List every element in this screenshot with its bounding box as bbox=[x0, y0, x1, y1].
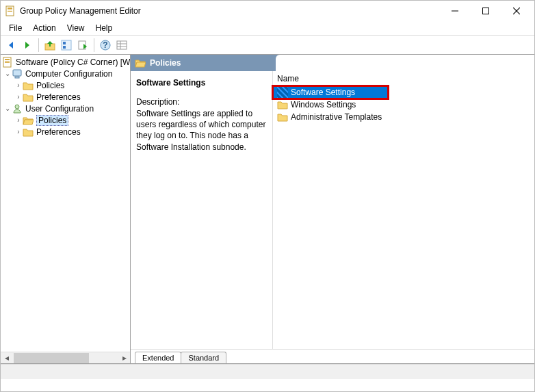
description-pane: Software Settings Description: Software … bbox=[131, 71, 273, 349]
folder-icon bbox=[23, 80, 34, 91]
menu-view[interactable]: View bbox=[62, 22, 90, 34]
window-title: Group Policy Management Editor bbox=[20, 6, 439, 16]
folder-open-icon bbox=[135, 57, 146, 68]
description-label: Description: bbox=[136, 97, 267, 107]
folder-icon bbox=[277, 99, 288, 110]
list-item[interactable]: Software Settings bbox=[273, 86, 388, 99]
tree-root-label: Software (Policy C# Corner) [WI bbox=[16, 57, 130, 67]
menu-help[interactable]: Help bbox=[90, 22, 118, 34]
tree[interactable]: Software (Policy C# Corner) [WI ⌄ Comput… bbox=[1, 55, 130, 352]
tree-label: Computer Configuration bbox=[25, 69, 112, 79]
list-item-label: Software Settings bbox=[291, 88, 355, 97]
folder-open-icon bbox=[23, 115, 34, 126]
details-button[interactable] bbox=[114, 38, 129, 53]
column-header-name[interactable]: Name bbox=[273, 71, 534, 86]
view-tabs: Extended Standard bbox=[131, 349, 534, 363]
menu-action[interactable]: Action bbox=[27, 22, 61, 34]
toolbar-separator bbox=[38, 38, 39, 52]
tab-extended[interactable]: Extended bbox=[135, 352, 181, 363]
help-button[interactable] bbox=[98, 38, 113, 53]
back-icon bbox=[5, 40, 16, 51]
tree-label: Preferences bbox=[36, 127, 81, 137]
menu-file[interactable]: File bbox=[3, 22, 27, 34]
forward-button[interactable] bbox=[20, 38, 35, 53]
tree-label: Preferences bbox=[36, 92, 81, 102]
up-icon bbox=[44, 40, 55, 51]
help-icon bbox=[100, 40, 111, 51]
footer bbox=[1, 379, 534, 391]
tree-computer-config[interactable]: ⌄ Computer Configuration bbox=[1, 68, 130, 79]
folder-icon bbox=[277, 112, 288, 122]
scroll-thumb[interactable] bbox=[14, 353, 89, 363]
tree-comp-policies[interactable]: › Policies bbox=[1, 79, 130, 91]
tree-label: Policies bbox=[36, 81, 64, 90]
tree-icon bbox=[61, 40, 72, 51]
hatch-icon bbox=[277, 87, 288, 98]
close-button[interactable] bbox=[501, 1, 532, 21]
main-split: Software (Policy C# Corner) [WI ⌄ Comput… bbox=[1, 55, 534, 364]
description-text: Software Settings are applied to users r… bbox=[136, 108, 267, 153]
up-button[interactable] bbox=[42, 38, 57, 53]
tree-comp-preferences[interactable]: › Preferences bbox=[1, 91, 130, 103]
table-icon bbox=[116, 40, 127, 51]
expand-icon[interactable]: › bbox=[14, 128, 23, 135]
back-button[interactable] bbox=[3, 38, 18, 53]
list-item[interactable]: Windows Settings bbox=[273, 99, 534, 111]
export-button[interactable] bbox=[75, 38, 90, 53]
tree-user-preferences[interactable]: › Preferences bbox=[1, 126, 130, 138]
item-list[interactable]: Name Software SettingsWindows SettingsAd… bbox=[273, 71, 534, 349]
tree-hscrollbar[interactable]: ◂ ▸ bbox=[1, 352, 130, 363]
tab-standard[interactable]: Standard bbox=[181, 352, 226, 363]
tree-root[interactable]: Software (Policy C# Corner) [WI bbox=[1, 56, 130, 68]
titlebar: Group Policy Management Editor bbox=[1, 1, 534, 21]
export-icon bbox=[77, 40, 88, 51]
list-item[interactable]: Administrative Templates bbox=[273, 111, 534, 123]
expand-icon[interactable]: › bbox=[14, 116, 23, 124]
tree-label: User Configuration bbox=[25, 104, 94, 114]
detail-heading: Software Settings bbox=[136, 78, 267, 88]
collapse-icon[interactable]: ⌄ bbox=[3, 70, 12, 77]
content-header-title: Policies bbox=[150, 58, 181, 68]
tree-user-policies[interactable]: › Policies bbox=[1, 114, 130, 126]
list-item-label: Administrative Templates bbox=[291, 112, 382, 122]
collapse-icon[interactable]: ⌄ bbox=[3, 105, 12, 112]
policy-icon bbox=[2, 57, 13, 68]
tree-label: Policies bbox=[36, 115, 68, 126]
scroll-right-icon[interactable]: ▸ bbox=[118, 353, 130, 363]
show-tree-button[interactable] bbox=[59, 38, 74, 53]
expand-icon[interactable]: › bbox=[14, 81, 23, 89]
minimize-button[interactable] bbox=[439, 1, 470, 21]
app-icon bbox=[5, 5, 16, 16]
toolbar-separator bbox=[94, 38, 94, 52]
folder-icon bbox=[23, 92, 34, 103]
tree-pane: Software (Policy C# Corner) [WI ⌄ Comput… bbox=[1, 55, 131, 363]
status-bar bbox=[1, 364, 534, 379]
user-icon bbox=[12, 103, 23, 114]
svg-rect-20 bbox=[482, 8, 488, 14]
scroll-left-icon[interactable]: ◂ bbox=[1, 353, 12, 363]
computer-icon bbox=[12, 68, 23, 79]
forward-icon bbox=[22, 40, 33, 51]
content-header: Policies bbox=[131, 55, 534, 71]
list-item-label: Windows Settings bbox=[291, 100, 356, 109]
expand-icon[interactable]: › bbox=[14, 93, 23, 101]
maximize-button[interactable] bbox=[470, 1, 501, 21]
tree-user-config[interactable]: ⌄ User Configuration bbox=[1, 103, 130, 114]
menubar: File Action View Help bbox=[1, 21, 534, 36]
content-pane: Policies Software Settings Description: … bbox=[131, 55, 534, 363]
toolbar bbox=[1, 36, 534, 55]
folder-icon bbox=[23, 127, 34, 138]
